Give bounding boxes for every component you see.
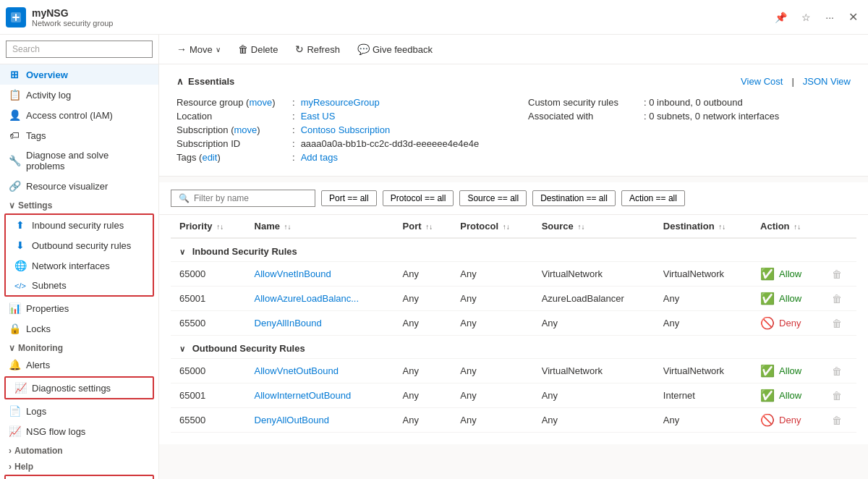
app-icon [6,7,26,27]
table-row[interactable]: 65500 DenyAllOutBound Any Any Any Any 🚫D… [171,408,856,433]
sidebar-item-alerts[interactable]: 🔔 Alerts [0,355,158,375]
name-cell: DenyAllOutBound [246,408,394,433]
action-cell: 🚫Deny [752,408,823,433]
settings-section[interactable]: ∨ Settings [0,196,158,212]
sidebar-item-logs[interactable]: 📄 Logs [0,401,158,421]
col-action[interactable]: Action ↑↓ [752,215,823,238]
protocol-cell: Any [451,383,532,408]
json-view-link[interactable]: JSON View [803,76,851,87]
expand-icon[interactable]: ∨ [179,344,185,353]
collapse-icon[interactable]: ∧ [176,76,184,87]
sidebar-item-properties[interactable]: 📊 Properties [0,298,158,318]
priority-cell: 65001 [171,287,246,311]
monitoring-section-label: Monitoring [18,343,63,353]
automation-section-label: Automation [14,446,63,456]
filter-by-name-input[interactable] [194,193,307,203]
sidebar-item-diagnostic-settings[interactable]: 📈 Diagnostic settings [6,378,153,398]
pin-button[interactable]: 📌 [770,9,791,26]
sidebar-item-locks[interactable]: 🔒 Locks [0,318,158,339]
sidebar-item-network-interfaces[interactable]: 🌐 Network interfaces [6,255,153,276]
automation-section[interactable]: › Automation [0,441,158,457]
row-delete-icon[interactable]: 🗑 [832,293,842,305]
view-cost-link[interactable]: View Cost [741,76,783,87]
name-cell: AllowVnetOutBound [246,359,394,383]
resource-group-value[interactable]: myResourceGroup [301,97,380,108]
sidebar-item-outbound-rules[interactable]: ⬇ Outbound security rules [6,235,153,255]
outbound-icon: ⬇ [14,240,26,251]
search-input[interactable] [6,41,153,58]
refresh-button[interactable]: ↻ Refresh [289,41,346,58]
move-sub-link[interactable]: move [234,124,257,135]
source-filter-tag[interactable]: Source == all [459,190,527,206]
col-priority[interactable]: Priority ↑↓ [171,215,246,238]
subscription-link[interactable]: Contoso Subscription [301,124,391,135]
sidebar-item-nsg-flow-logs[interactable]: 📈 NSG flow logs [0,421,158,441]
table-row[interactable]: 65000 AllowVnetInBound Any Any VirtualNe… [171,262,856,287]
sidebar-item-label: Locks [26,323,51,334]
sidebar-item-subnets[interactable]: </> Subnets [6,276,153,295]
essentials-links: View Cost | JSON View [741,76,851,87]
row-delete-icon[interactable]: 🗑 [832,365,842,377]
port-cell: Any [394,262,452,287]
col-protocol[interactable]: Protocol ↑↓ [451,215,532,238]
sidebar-item-overview[interactable]: ⊞ Overview [0,64,158,85]
table-row[interactable]: 65001 AllowAzureLoadBalanc... Any Any Az… [171,287,856,311]
move-label: Move [190,44,213,55]
action-deny: 🚫Deny [760,316,814,330]
location-link[interactable]: East US [301,111,336,122]
priority-cell: 65000 [171,262,246,287]
port-filter-tag[interactable]: Port == all [321,190,377,206]
sort-icon: ↑↓ [284,223,292,231]
col-destination[interactable]: Destination ↑↓ [655,215,752,238]
table-row[interactable]: 65000 AllowVnetOutBound Any Any VirtualN… [171,359,856,383]
row-delete-icon[interactable]: 🗑 [832,415,842,426]
destination-filter-tag[interactable]: Destination == all [532,190,616,206]
title-bar-actions: 📌 ☆ ··· ✕ [770,7,862,27]
action-filter-tag[interactable]: Action == all [621,190,685,206]
sidebar-item-access-control[interactable]: 👤 Access control (IAM) [0,105,158,125]
edit-tags-link[interactable]: edit [202,152,217,163]
move-link[interactable]: move [249,97,272,108]
sidebar-item-inbound-rules[interactable]: ⬆ Inbound security rules [6,215,153,235]
move-icon: → [176,43,187,55]
add-tags-link[interactable]: Add tags [301,152,338,163]
sort-icon: ↑↓ [425,223,433,231]
essentials-row: Location : East US [176,109,499,123]
tags-value: Add tags [301,152,338,163]
sidebar-item-diagnose[interactable]: 🔧 Diagnose and solve problems [0,145,158,176]
close-button[interactable]: ✕ [844,7,862,27]
monitoring-section[interactable]: ∨ Monitoring [0,339,158,355]
sidebar-item-tags[interactable]: 🏷 Tags [0,125,158,145]
row-delete-icon[interactable]: 🗑 [832,318,842,329]
delete-button[interactable]: 🗑 Delete [232,41,284,58]
locks-icon: 🔒 [9,323,20,334]
resource-group-link[interactable]: myResourceGroup [301,97,380,108]
field-label: Location [176,111,292,122]
filter-input-container[interactable]: 🔍 [171,190,315,207]
col-source[interactable]: Source ↑↓ [533,215,655,238]
more-button[interactable]: ··· [821,9,838,26]
row-delete-icon[interactable]: 🗑 [832,390,842,402]
action-allow: ✅Allow [760,292,814,305]
custom-rules-value: : 0 inbound, 0 outbound [644,97,743,108]
help-section[interactable]: › Help [0,457,158,473]
move-button[interactable]: → Move ∨ [171,41,226,58]
iam-icon: 👤 [9,109,20,121]
expand-icon[interactable]: ∨ [179,247,185,256]
source-cell: AzureLoadBalancer [533,287,655,311]
table-row[interactable]: 65500 DenyAllInBound Any Any Any Any 🚫De… [171,311,856,336]
sidebar-item-effective-rules[interactable]: ⬆ Effective security rules [6,476,153,479]
sidebar-item-resource-visualizer[interactable]: 🔗 Resource visualizer [0,176,158,196]
col-name[interactable]: Name ↑↓ [246,215,394,238]
feedback-button[interactable]: 💬 Give feedback [352,41,438,58]
star-button[interactable]: ☆ [797,9,815,26]
allow-icon: ✅ [760,364,775,378]
protocol-filter-tag[interactable]: Protocol == all [383,190,454,206]
delete-cell: 🗑 [823,311,856,336]
allow-icon: ✅ [760,267,775,281]
sidebar-item-activity-log[interactable]: 📋 Activity log [0,85,158,105]
row-delete-icon[interactable]: 🗑 [832,268,842,280]
table-row[interactable]: 65001 AllowInternetOutBound Any Any Any … [171,383,856,408]
col-port[interactable]: Port ↑↓ [394,215,452,238]
table-header: Priority ↑↓ Name ↑↓ Port ↑↓ Protocol ↑↓ … [171,215,856,238]
